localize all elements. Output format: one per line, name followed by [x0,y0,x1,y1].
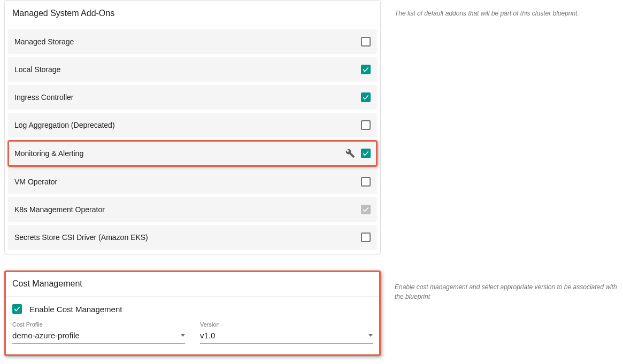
enable-cost-label: Enable Cost Management [29,305,122,314]
right-column: The list of default addons that will be … [395,0,623,356]
wrench-icon[interactable] [345,148,356,159]
cost-card-title: Cost Management [12,279,373,289]
version-field-label: Version [200,321,373,328]
chevron-down-icon [368,334,373,337]
cost-profile-select[interactable]: demo-azure-profile [12,329,185,344]
addon-actions [361,205,371,214]
addon-checkbox[interactable] [361,120,371,130]
version-value: v1.0 [200,331,215,340]
addon-row: VM Operator [8,169,377,194]
addons-list: Managed StorageLocal StorageIngress Cont… [5,26,380,254]
chevron-down-icon [181,334,185,337]
addon-row: Local Storage [8,57,377,82]
addons-card-title: Managed System Add-Ons [12,9,373,18]
addons-description: The list of default addons that will be … [395,9,621,18]
cost-card-header: Cost Management [5,271,380,297]
addon-row: K8s Management Operator [8,197,377,222]
addon-row: Ingress Controller [8,85,377,110]
enable-cost-row: Enable Cost Management [12,304,373,314]
cost-card-body: Enable Cost Management Cost Profile demo… [5,297,380,355]
addon-actions [361,92,371,102]
version-field: Version v1.0 [200,321,373,344]
addon-actions [361,120,371,130]
addon-label: Managed Storage [14,37,74,46]
addon-checkbox[interactable] [361,37,371,47]
addon-label: K8s Management Operator [14,205,105,214]
cost-profile-field: Cost Profile demo-azure-profile [12,321,185,344]
addon-label: Local Storage [14,65,60,74]
cost-profile-value: demo-azure-profile [12,331,80,340]
addon-label: VM Operator [14,177,57,186]
addon-actions [345,148,371,159]
addon-checkbox [361,205,371,214]
enable-cost-checkbox[interactable] [12,304,22,314]
addons-card-header: Managed System Add-Ons [5,1,380,26]
addon-row: Log Aggregation (Deprecated) [8,113,377,137]
addon-actions [361,65,371,74]
addon-checkbox[interactable] [361,233,371,242]
addon-label: Ingress Controller [14,93,74,102]
addon-row: Secrets Store CSI Driver (Amazon EKS) [8,225,377,250]
addons-card: Managed System Add-Ons Managed StorageLo… [4,0,381,254]
cost-profile-field-label: Cost Profile [12,321,185,328]
addon-actions [361,233,371,242]
addon-actions [361,177,371,187]
addon-checkbox[interactable] [361,177,371,187]
addon-row: Managed Storage [8,29,377,54]
addon-actions [361,37,371,47]
cost-card-wrapper: Cost Management Enable Cost Management C… [4,270,381,356]
addon-label: Log Aggregation (Deprecated) [14,121,115,129]
cost-description: Enable cost management and select approp… [395,282,621,301]
addon-checkbox[interactable] [361,65,371,74]
version-select[interactable]: v1.0 [200,329,373,344]
addon-label: Monitoring & Alerting [14,149,83,158]
addon-label: Secrets Store CSI Driver (Amazon EKS) [14,233,148,242]
addon-checkbox[interactable] [361,149,371,158]
cost-card: Cost Management Enable Cost Management C… [4,270,381,356]
addon-row: Monitoring & Alerting [8,141,377,166]
addon-checkbox[interactable] [361,92,371,102]
cost-fields-row: Cost Profile demo-azure-profile Version … [12,321,373,344]
